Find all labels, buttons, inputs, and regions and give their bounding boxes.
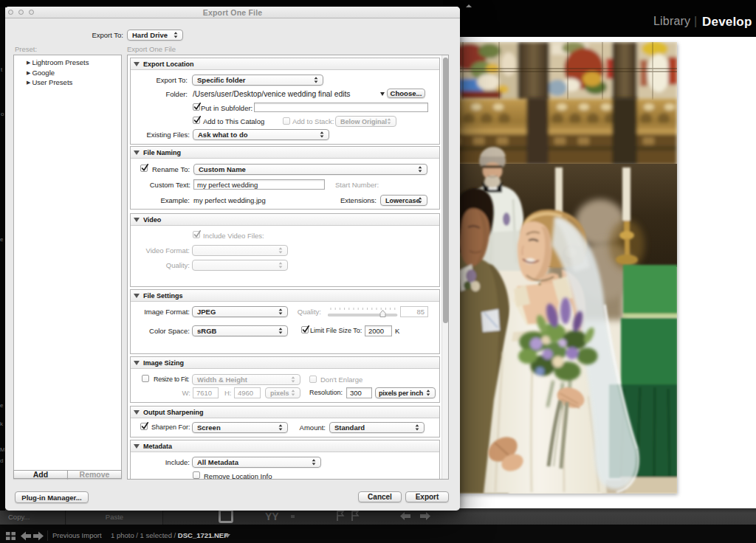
svg-text:YY: YY bbox=[265, 511, 279, 522]
